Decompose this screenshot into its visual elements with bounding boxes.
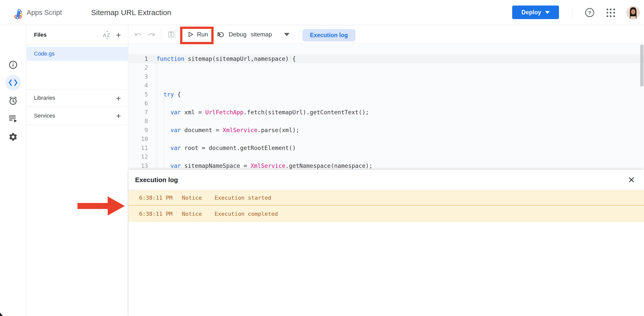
info-icon: [9, 60, 18, 69]
line-number: 5: [129, 91, 148, 98]
header-divider: [572, 7, 572, 18]
log-message: Execution completed: [215, 211, 278, 217]
product-name[interactable]: Apps Script: [27, 0, 62, 25]
code-icon: [8, 79, 18, 86]
svg-text:Z: Z: [107, 32, 110, 38]
code-line[interactable]: 5 try {: [129, 90, 644, 99]
line-number: 6: [129, 100, 148, 107]
code-line[interactable]: 6: [129, 99, 644, 108]
project-title[interactable]: Sitemap URL Extraction: [91, 0, 171, 25]
execution-log-button[interactable]: Execution log: [302, 29, 355, 41]
log-level: Notice: [182, 195, 202, 201]
files-panel-header: Files A Z +: [27, 25, 128, 44]
run-button[interactable]: Run: [188, 25, 208, 43]
function-selector-value: sitemap: [251, 31, 272, 38]
libraries-section[interactable]: Libraries +: [27, 89, 128, 107]
undo-icon[interactable]: [133, 25, 143, 43]
execution-log-button-label: Execution log: [310, 32, 348, 39]
code-lines: 1function sitemap(sitemapUrl,namespace) …: [129, 54, 644, 170]
cursor-artifact: [0, 312, 3, 316]
chevron-down-icon: [545, 11, 550, 14]
code-line[interactable]: 9 var document = XmlService.parse(xml);: [129, 126, 644, 135]
code-line[interactable]: 4: [129, 81, 644, 90]
add-service-icon[interactable]: +: [113, 111, 124, 121]
apps-script-window: Apps Script Sitemap URL Extraction Deplo…: [0, 0, 644, 316]
line-number: 7: [129, 109, 148, 116]
files-panel: Files A Z + Code.gs Libraries + Services…: [27, 25, 128, 316]
app-header: Apps Script Sitemap URL Extraction Deplo…: [0, 0, 644, 25]
execution-log-title: Execution log: [135, 170, 178, 190]
sidebar-item-executions[interactable]: [5, 111, 21, 127]
svg-text:?: ?: [588, 10, 591, 16]
code-line[interactable]: 1function sitemap(sitemapUrl,namespace) …: [129, 54, 644, 63]
line-number: 2: [129, 64, 148, 71]
sort-az-icon[interactable]: A Z: [101, 30, 112, 40]
close-icon[interactable]: ✕: [625, 173, 638, 186]
code-line[interactable]: 8: [129, 117, 644, 126]
sidebar-item-triggers[interactable]: [5, 93, 21, 109]
libraries-label: Libraries: [34, 95, 55, 101]
line-number: 11: [129, 145, 148, 151]
executions-list-icon: [8, 115, 18, 123]
line-number: 4: [129, 82, 148, 89]
code-line[interactable]: 2: [129, 63, 644, 72]
services-section[interactable]: Services +: [27, 107, 128, 125]
log-time: 6:38:11 PM: [139, 211, 172, 217]
code-line[interactable]: 13 var sitemapNameSpace = XmlService.get…: [129, 161, 644, 170]
code-line[interactable]: 7 var xml = UrlFetchApp.fetch(sitemapUrl…: [129, 108, 644, 117]
svg-text:A: A: [103, 32, 106, 38]
services-label: Services: [34, 113, 55, 119]
code-text: var document = XmlService.parse(xml);: [156, 127, 299, 133]
run-icon: [188, 31, 193, 37]
code-text: var root = document.getRootElement(): [156, 145, 296, 151]
deploy-button[interactable]: Deploy: [512, 6, 559, 19]
avatar[interactable]: [626, 6, 640, 19]
line-number: 8: [129, 118, 148, 124]
add-file-icon[interactable]: +: [113, 30, 124, 40]
alarm-clock-icon: [8, 96, 18, 106]
chevron-down-icon: [284, 33, 290, 36]
sidebar-item-overview[interactable]: [5, 57, 21, 73]
sidebar-item-settings[interactable]: [5, 129, 21, 145]
code-line[interactable]: 10: [129, 135, 644, 144]
files-header-label: Files: [34, 32, 47, 38]
log-entry[interactable]: 6:38:11 PMNoticeExecution completed: [129, 206, 644, 222]
toolbar-divider: [161, 29, 161, 39]
gear-icon: [8, 132, 18, 142]
function-selector[interactable]: sitemap: [251, 25, 290, 43]
log-time: 6:38:11 PM: [139, 195, 172, 201]
editor-toolbar: Run Debug sitemap Execution log: [129, 25, 644, 43]
redo-icon[interactable]: [146, 25, 156, 43]
line-number: 10: [129, 136, 148, 142]
left-icon-rail: [0, 25, 26, 316]
help-icon[interactable]: ?: [584, 7, 595, 18]
line-number: 13: [129, 163, 148, 169]
editor-scrollbar[interactable]: [640, 45, 643, 86]
file-item-codegs[interactable]: Code.gs: [27, 47, 128, 61]
apps-script-logo-icon[interactable]: [14, 6, 26, 19]
file-name: Code.gs: [34, 50, 55, 57]
toolbar-divider: [299, 29, 299, 39]
debug-button[interactable]: Debug: [217, 25, 247, 43]
code-line[interactable]: 3: [129, 72, 644, 81]
google-apps-grid-icon[interactable]: [606, 8, 616, 18]
line-number: 1: [129, 56, 148, 62]
code-text: var xml = UrlFetchApp.fetch(sitemapUrl).…: [156, 109, 369, 116]
code-text: function sitemap(sitemapUrl,namespace) {: [156, 56, 296, 62]
code-line[interactable]: 11 var root = document.getRootElement(): [129, 143, 644, 152]
log-level: Notice: [182, 211, 202, 217]
add-library-icon[interactable]: +: [113, 93, 124, 103]
code-line[interactable]: 12: [129, 152, 644, 162]
log-entry[interactable]: 6:38:11 PMNoticeExecution started: [129, 190, 644, 206]
line-number: 9: [129, 127, 148, 133]
sidebar-item-editor[interactable]: [5, 75, 21, 90]
execution-log-panel: Execution log ✕ 6:38:11 PMNoticeExecutio…: [129, 170, 644, 316]
run-label: Run: [197, 31, 208, 38]
debug-label: Debug: [229, 31, 247, 38]
toolbar-divider: [175, 29, 176, 39]
deploy-label: Deploy: [521, 9, 541, 16]
code-editor[interactable]: 1function sitemap(sitemapUrl,namespace) …: [129, 44, 644, 170]
execution-log-header: Execution log ✕: [129, 170, 644, 190]
code-text: try {: [156, 91, 181, 98]
log-message: Execution started: [215, 195, 271, 201]
